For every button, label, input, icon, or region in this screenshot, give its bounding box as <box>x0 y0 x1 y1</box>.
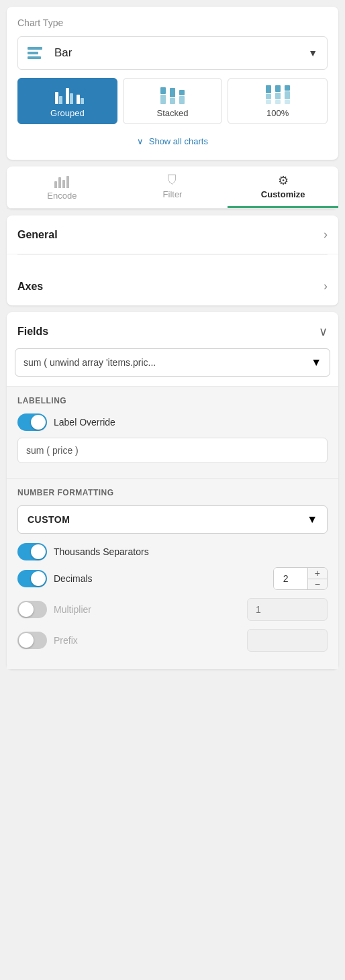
multiplier-value-input <box>247 598 328 621</box>
stacked-label: Stacked <box>157 108 189 118</box>
number-formatting-title: NUMBER FORMATTING <box>17 488 328 497</box>
multiplier-row: Multiplier <box>17 598 328 621</box>
label-override-row: Label Override <box>17 413 328 431</box>
thousands-separators-row: Thousands Separators <box>17 543 328 560</box>
axes-section[interactable]: Axes › <box>7 267 338 305</box>
axes-label: Axes <box>17 281 43 293</box>
chart-option-grouped[interactable]: Grouped <box>17 78 117 124</box>
label-override-toggle[interactable] <box>17 413 47 431</box>
grouped-label: Grouped <box>50 108 85 118</box>
prefix-toggle[interactable] <box>17 632 47 649</box>
toggle-knob <box>31 415 46 430</box>
bar-dropdown-left: Bar <box>28 44 72 62</box>
multiplier-label: Multiplier <box>54 604 240 615</box>
fields-label: Fields <box>17 326 48 338</box>
chart-type-options: Grouped <box>17 78 328 124</box>
format-type-label: CUSTOM <box>28 514 70 525</box>
stacked-icon <box>160 85 185 104</box>
format-type-dropdown[interactable]: CUSTOM ▼ <box>17 505 328 534</box>
customize-icon: ⚙ <box>278 175 289 187</box>
hundred-icon <box>266 85 290 104</box>
show-all-charts-link[interactable]: ∨ Show all charts <box>17 134 328 149</box>
toggle-knob-prefix <box>19 633 34 648</box>
toggle-knob-decimals <box>31 571 46 586</box>
format-dropdown-arrow: ▼ <box>307 513 317 526</box>
chart-type-card: Chart Type Bar ▼ <box>7 7 338 160</box>
stepper-buttons: + − <box>307 568 327 589</box>
selected-chart-type-label: Bar <box>54 46 72 60</box>
tab-customize-label: Customize <box>261 189 305 199</box>
tab-encode[interactable]: Encode <box>7 166 117 208</box>
labelling-section: LABELLING Label Override <box>7 386 338 478</box>
encode-icon <box>54 175 69 188</box>
prefix-value-input <box>247 629 328 652</box>
prefix-label: Prefix <box>54 635 240 646</box>
chart-option-hundred[interactable]: 100% <box>228 78 328 124</box>
axes-arrow: › <box>324 279 328 293</box>
number-formatting-section: NUMBER FORMATTING CUSTOM ▼ Thousands Sep… <box>7 478 338 669</box>
decimals-stepper: + − <box>273 567 328 590</box>
chart-type-dropdown[interactable]: Bar ▼ <box>17 36 328 70</box>
general-section[interactable]: General › <box>7 215 338 254</box>
toggle-knob-thousands <box>31 544 46 559</box>
tab-filter-label: Filter <box>163 189 183 199</box>
hundred-label: 100% <box>266 108 289 118</box>
filter-icon: ⛉ <box>166 175 179 187</box>
show-all-chevron: ∨ <box>137 136 144 146</box>
fields-expand-icon: ∨ <box>319 324 328 339</box>
decimals-value-input[interactable] <box>274 568 307 589</box>
grouped-icon <box>55 85 79 104</box>
fields-header[interactable]: Fields ∨ <box>7 312 338 348</box>
chart-type-title: Chart Type <box>17 17 328 28</box>
decimals-toggle[interactable] <box>17 570 47 587</box>
section-spacer <box>7 255 338 267</box>
thousands-separators-toggle[interactable] <box>17 543 47 560</box>
thousands-separators-label: Thousands Separators <box>54 546 149 557</box>
labelling-title: LABELLING <box>17 396 328 405</box>
decimals-decrement-btn[interactable]: − <box>308 579 327 590</box>
decimals-label: Decimals <box>54 573 266 584</box>
tabs-card: Encode ⛉ Filter ⚙ Customize <box>7 166 338 209</box>
tab-encode-label: Encode <box>47 191 77 201</box>
show-all-label: Show all charts <box>149 136 208 146</box>
tab-customize[interactable]: ⚙ Customize <box>228 166 338 208</box>
selected-field-text: sum ( unwind array 'items.pric... <box>23 357 156 368</box>
general-label: General <box>17 229 58 241</box>
tabs-row: Encode ⛉ Filter ⚙ Customize <box>7 166 338 209</box>
tab-filter[interactable]: ⛉ Filter <box>117 166 228 208</box>
label-override-label: Label Override <box>54 417 115 428</box>
multiplier-toggle[interactable] <box>17 601 47 618</box>
label-override-input[interactable] <box>17 438 328 463</box>
toggle-knob-multiplier <box>19 602 34 617</box>
bar-chart-icon <box>28 44 46 62</box>
fields-card: Fields ∨ sum ( unwind array 'items.pric.… <box>7 312 338 669</box>
decimals-row: Decimals + − <box>17 567 328 590</box>
prefix-row: Prefix <box>17 629 328 652</box>
chart-option-stacked[interactable]: Stacked <box>123 78 223 124</box>
decimals-increment-btn[interactable]: + <box>308 568 327 579</box>
field-dropdown-arrow: ▼ <box>311 356 322 369</box>
general-arrow: › <box>324 228 328 242</box>
chart-dropdown-chevron: ▼ <box>308 48 317 58</box>
field-selector-dropdown[interactable]: sum ( unwind array 'items.pric... ▼ <box>15 348 330 377</box>
sections-card: General › Axes › <box>7 215 338 305</box>
